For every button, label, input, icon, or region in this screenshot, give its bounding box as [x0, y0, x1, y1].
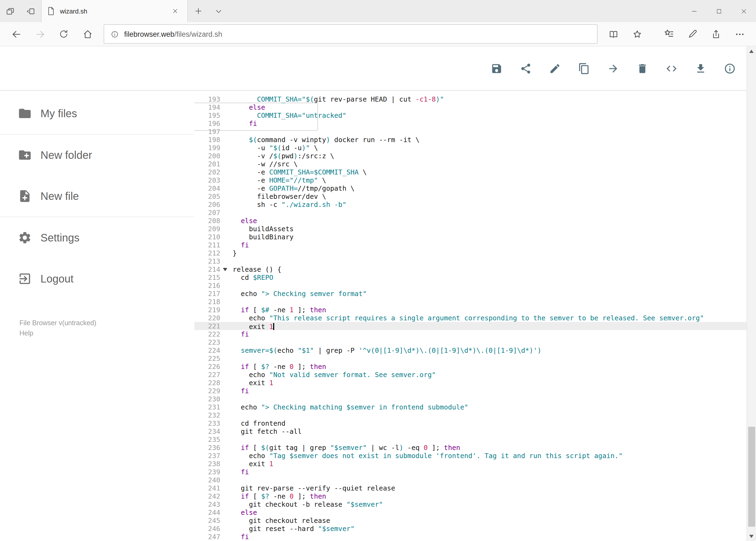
code-line[interactable]: 215 cd $REPO — [194, 273, 747, 281]
refresh-button[interactable] — [52, 22, 76, 46]
code-line[interactable]: 240 — [194, 476, 747, 484]
code-line[interactable]: 195 COMMIT_SHA="untracked" — [194, 111, 747, 119]
copy-button[interactable] — [578, 63, 590, 75]
address-bar[interactable]: filebrowser.web/files/wizard.sh — [104, 24, 597, 44]
code-line[interactable]: 236 if [ $(git tag | grep "$semver" | wc… — [194, 443, 747, 452]
edit-button[interactable] — [549, 63, 561, 75]
help-link[interactable]: Help — [19, 328, 96, 339]
sidebar-item-new-folder[interactable]: New folder — [0, 135, 194, 176]
forward-button[interactable] — [28, 22, 52, 46]
code-line[interactable]: 211 fi — [194, 241, 747, 249]
maximize-button[interactable] — [706, 0, 731, 22]
code-line[interactable]: 212} — [194, 249, 747, 257]
scroll-up-icon[interactable] — [747, 46, 756, 56]
scrollbar-thumb[interactable] — [748, 427, 755, 527]
code-line[interactable]: 202 -e COMMIT_SHA=$COMMIT_SHA \ — [194, 168, 747, 176]
save-button[interactable] — [490, 63, 502, 75]
code-line[interactable]: 246 git reset --hard "$semver" — [194, 525, 747, 533]
code-line[interactable]: 225 — [194, 354, 747, 362]
code-line[interactable]: 243 git checkout -b release "$semver" — [194, 500, 747, 508]
favorite-star-button[interactable] — [626, 22, 649, 46]
raw-code-button[interactable] — [665, 63, 677, 75]
delete-button[interactable] — [636, 63, 648, 75]
code-line[interactable]: 209 buildAssets — [194, 225, 747, 233]
tab-list-chevron-icon[interactable] — [208, 0, 229, 22]
code-line[interactable]: 200 -v /$(pwd):/src:z \ — [194, 152, 747, 160]
code-line[interactable]: 196 fi — [194, 119, 747, 128]
back-button[interactable] — [4, 22, 28, 46]
code-line[interactable]: 241 git rev-parse --verify --quiet relea… — [194, 484, 747, 492]
code-line[interactable]: 237 echo "Tag $semver does not exist in … — [194, 452, 747, 460]
code-line[interactable]: 223 — [194, 338, 747, 346]
code-line[interactable]: 219 if [ $# -ne 1 ]; then — [194, 306, 747, 314]
code-line[interactable]: 213 — [194, 257, 747, 265]
code-line[interactable]: 238 exit 1 — [194, 460, 747, 468]
code-line[interactable]: 242 if [ $? -ne 0 ]; then — [194, 492, 747, 500]
code-line[interactable]: 204 -e GOPATH=//tmp/gopath \ — [194, 184, 747, 192]
code-line[interactable]: 205 filebrowser/dev \ — [194, 192, 747, 201]
code-line[interactable]: 217 echo "> Checking semver format" — [194, 289, 747, 297]
code-line[interactable]: 247 fi — [194, 533, 747, 541]
reading-view-button[interactable] — [602, 22, 626, 46]
code-line[interactable]: 227 echo "Not valid semver format. See s… — [194, 370, 747, 379]
code-line[interactable]: 206 sh -c "./wizard.sh -b" — [194, 201, 747, 209]
code-line[interactable]: 224 semver=$(echo "$1" | grep -P '^v(0|[… — [194, 346, 747, 354]
set-tabs-aside-button[interactable] — [21, 0, 41, 22]
line-number: 213 — [194, 257, 220, 265]
code-line[interactable]: 228 exit 1 — [194, 379, 747, 387]
line-number: 214 — [194, 265, 220, 273]
code-line[interactable]: 234 git fetch --all — [194, 427, 747, 435]
more-options-button[interactable] — [728, 22, 752, 46]
tab-preview-button[interactable] — [0, 0, 21, 22]
code-line-text: } — [220, 249, 237, 257]
code-line[interactable]: 233 cd frontend — [194, 419, 747, 427]
code-line[interactable]: 220 echo "This release script requires a… — [194, 314, 747, 322]
move-button[interactable] — [607, 63, 619, 75]
sidebar-item-settings[interactable]: Settings — [0, 217, 194, 258]
share-button[interactable] — [704, 22, 728, 46]
sidebar-item-logout[interactable]: Logout — [0, 258, 194, 299]
code-line[interactable]: 216 — [194, 281, 747, 289]
code-line[interactable]: 244 else — [194, 508, 747, 516]
code-line[interactable]: 198 $(command -v winpty) docker run --rm… — [194, 136, 747, 144]
code-line[interactable]: 201 -w //src \ — [194, 160, 747, 168]
code-line[interactable]: 245 git checkout release — [194, 516, 747, 525]
code-line[interactable]: 214release () { — [194, 265, 747, 273]
code-line[interactable]: 207 — [194, 209, 747, 217]
annotate-pen-button[interactable] — [680, 22, 704, 46]
browser-tab[interactable]: wizard.sh — [41, 0, 188, 22]
code-line[interactable]: 197 — [194, 128, 747, 136]
code-line[interactable]: 229 fi — [194, 387, 747, 395]
fold-marker-icon[interactable] — [223, 268, 227, 271]
site-info-icon[interactable] — [111, 30, 119, 38]
code-line[interactable]: 232 — [194, 411, 747, 419]
code-line[interactable]: 230 — [194, 395, 747, 403]
sidebar-item-my-files[interactable]: My files — [0, 93, 194, 134]
share-file-button[interactable] — [520, 63, 531, 75]
code-line[interactable]: 194 else — [194, 103, 747, 111]
close-window-button[interactable] — [731, 0, 756, 22]
code-line[interactable]: 218 — [194, 297, 747, 306]
home-button[interactable] — [76, 22, 99, 46]
code-line[interactable]: 221 exit 1 — [194, 322, 747, 330]
code-editor[interactable]: 193 COMMIT_SHA="$(git rev-parse HEAD | c… — [194, 91, 747, 541]
scroll-down-icon[interactable] — [747, 532, 756, 541]
code-line[interactable]: 210 buildBinary — [194, 233, 747, 241]
download-button[interactable] — [694, 63, 706, 75]
code-line[interactable]: 199 -u "$(id -u)" \ — [194, 144, 747, 152]
code-line[interactable]: 231 echo "> Checking matching $semver in… — [194, 403, 747, 411]
code-line[interactable]: 235 — [194, 435, 747, 443]
code-line[interactable]: 239 fi — [194, 468, 747, 476]
minimize-button[interactable] — [681, 0, 706, 22]
sidebar-item-new-file[interactable]: New file — [0, 176, 194, 217]
code-line[interactable]: 203 -e HOME="//tmp" \ — [194, 176, 747, 184]
code-line[interactable]: 193 COMMIT_SHA="$(git rev-parse HEAD | c… — [194, 95, 747, 103]
code-line[interactable]: 222 fi — [194, 330, 747, 338]
new-tab-button[interactable] — [188, 0, 208, 22]
tab-close-icon[interactable] — [168, 4, 182, 18]
hub-button[interactable] — [657, 22, 680, 46]
code-line[interactable]: 208 else — [194, 217, 747, 225]
info-button[interactable] — [724, 63, 735, 75]
page-scrollbar[interactable] — [747, 46, 756, 541]
code-line[interactable]: 226 if [ $? -ne 0 ]; then — [194, 362, 747, 370]
